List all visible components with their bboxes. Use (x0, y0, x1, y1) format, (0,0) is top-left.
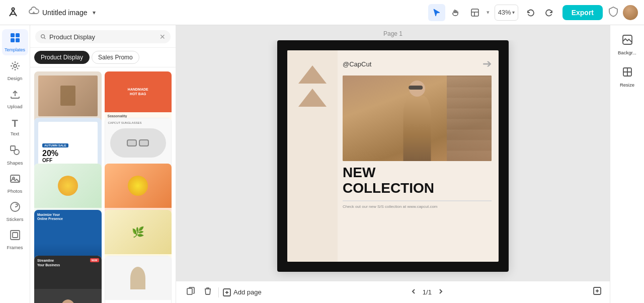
triangle-2 (298, 89, 327, 107)
export-button[interactable]: Export (562, 5, 603, 20)
canvas-footer-text: Check out our new S/S collection at www.… (343, 204, 492, 209)
svg-rect-3 (16, 33, 20, 37)
shield-icon (608, 6, 619, 19)
svg-rect-5 (16, 38, 20, 42)
design-icon (10, 60, 21, 74)
sidebar-item-upload[interactable]: Upload (2, 86, 28, 112)
redo-button[interactable] (540, 4, 557, 21)
canvas-header: @CapCut ➔ (343, 57, 492, 70)
add-page-button[interactable]: Add page (223, 288, 262, 296)
canvas-photo-inner: LIMITED TIME OFFER (343, 75, 492, 161)
search-input-wrap[interactable]: ✕ (35, 30, 171, 43)
zoom-value: 43% (498, 9, 511, 16)
duplicate-page-button[interactable] (184, 284, 197, 300)
search-bar: ✕ (30, 25, 176, 48)
template-thumb-9[interactable]: StreamlineYour Business NEW (34, 256, 102, 303)
add-page-label: Add page (233, 288, 262, 296)
next-page-button[interactable] (437, 287, 445, 297)
background-icon (622, 34, 633, 48)
svg-point-13 (41, 35, 45, 38)
svg-point-6 (14, 64, 17, 67)
add-page-icon (223, 288, 231, 296)
design-canvas: @CapCut ➔ (287, 50, 499, 262)
template-grid: NEWCOLLECTION HANDMADEHOT BAG Seasonalit… (30, 67, 176, 303)
page-indicator: 1/1 (423, 288, 432, 296)
sidebar-item-stickers[interactable]: Stickers (2, 198, 28, 224)
sidebar-item-shapes[interactable]: Shapes (2, 142, 28, 168)
right-panel: Backgr... Resize (610, 25, 644, 303)
photos-icon (10, 173, 21, 187)
sidebar-photos-label: Photos (8, 188, 23, 194)
resize-button[interactable]: Resize (613, 62, 641, 92)
canvas-divider (343, 200, 492, 201)
avatar[interactable] (623, 5, 638, 20)
sidebar-shapes-label: Shapes (7, 160, 23, 166)
svg-rect-8 (11, 146, 15, 150)
background-label: Backgr... (618, 50, 636, 55)
main-area: Templates Design Upload T Text (0, 25, 644, 303)
sidebar-item-design[interactable]: Design (2, 57, 28, 84)
bottom-bar: Add page 1/1 (176, 281, 610, 303)
bottom-divider (218, 287, 219, 297)
canvas-left-column (287, 50, 338, 262)
logo-button[interactable] (6, 6, 20, 20)
background-button[interactable]: Backgr... (613, 30, 641, 59)
expand-button[interactable] (593, 286, 602, 298)
svg-rect-14 (187, 288, 192, 294)
canvas-title: NEW COLLECTION (343, 165, 492, 196)
tab-product-display[interactable]: Product Display (34, 51, 90, 64)
zoom-control[interactable]: 43% ▾ (495, 5, 518, 21)
tab-sales-promo[interactable]: Sales Promo (92, 51, 139, 64)
frames-icon (10, 230, 21, 243)
templates-panel: ✕ Product Display Sales Promo NEWCOLLECT… (30, 25, 176, 303)
sidebar-design-label: Design (8, 75, 23, 81)
upload-icon (10, 89, 21, 102)
sidebar-templates-label: Templates (5, 47, 25, 52)
bottom-center: 1/1 (410, 287, 445, 297)
triangle-1 (298, 65, 327, 84)
sidebar-item-photos[interactable]: Photos (2, 170, 28, 196)
search-clear-button[interactable]: ✕ (159, 33, 166, 41)
template-thumb-10[interactable]: SIMPLIFYYOUR FLEETSHOPPING (105, 256, 172, 303)
filename-label: Untitled image (42, 9, 88, 17)
canvas-area: Page 1 @CapCut ➔ (176, 25, 610, 303)
sidebar-frames-label: Frames (7, 245, 23, 250)
svg-rect-12 (13, 233, 18, 238)
sidebar-item-text[interactable]: T Text (2, 114, 28, 140)
topbar-right (608, 5, 638, 20)
sidebar-item-templates[interactable]: Templates (2, 29, 28, 55)
sidebar-upload-label: Upload (7, 104, 22, 109)
canvas-scroll[interactable]: @CapCut ➔ (176, 40, 610, 281)
canvas-handle-text: @CapCut (343, 60, 371, 68)
canvas-wrapper: @CapCut ➔ (277, 40, 509, 272)
resize-label: Resize (620, 82, 634, 88)
canvas-arrow-icon: ➔ (482, 57, 492, 70)
search-icon (40, 33, 46, 40)
topbar: Untitled image ▾ ▾ 43% ▾ (0, 0, 644, 25)
sidebar-text-label: Text (11, 131, 19, 136)
sidebar-item-frames[interactable]: Frames (2, 226, 28, 253)
sidebar-stickers-label: Stickers (7, 216, 24, 222)
shapes-icon (10, 145, 21, 159)
bottom-left: Add page (184, 284, 262, 300)
filename-dropdown-button[interactable]: ▾ (91, 8, 98, 17)
hand-tool-button[interactable] (447, 4, 464, 21)
select-tool-button[interactable] (428, 4, 445, 21)
stickers-icon (10, 201, 21, 215)
undo-button[interactable] (522, 4, 539, 21)
delete-page-button[interactable] (201, 284, 214, 300)
resize-icon (622, 66, 633, 80)
toolbar: ▾ 43% ▾ Export (428, 4, 638, 21)
canvas-title-line1: NEW COLLECTION (343, 165, 492, 196)
bottom-right (593, 286, 602, 298)
left-sidebar: Templates Design Upload T Text (0, 25, 30, 303)
svg-point-0 (12, 8, 15, 10)
layout-tool-button[interactable] (466, 4, 484, 21)
cloud-icon (28, 7, 39, 18)
prev-page-button[interactable] (410, 287, 418, 297)
svg-rect-1 (471, 9, 478, 16)
search-input[interactable] (49, 33, 156, 41)
undo-redo-group (522, 4, 557, 21)
svg-rect-2 (11, 33, 15, 37)
svg-rect-4 (11, 38, 15, 42)
